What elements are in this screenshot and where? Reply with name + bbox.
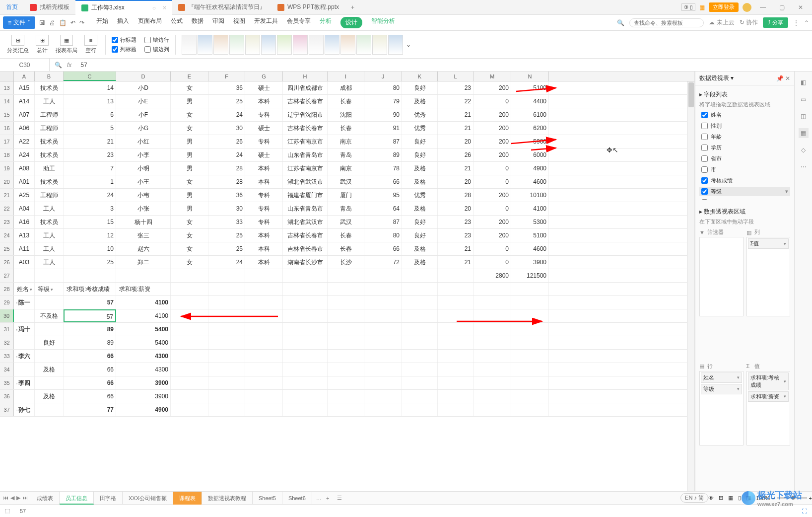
cell[interactable]: 1 xyxy=(64,175,116,188)
cell[interactable]: 女 xyxy=(171,122,208,135)
save-icon[interactable]: 🖫 xyxy=(39,19,45,26)
cell[interactable]: 5300 xyxy=(511,216,549,228)
cell[interactable]: 本科 xyxy=(245,256,283,269)
cell[interactable]: 女 xyxy=(171,256,208,269)
cell[interactable] xyxy=(171,336,208,349)
cell[interactable]: A11 xyxy=(14,242,35,255)
row-header[interactable]: 26 xyxy=(0,256,14,269)
cell[interactable]: 硕士 xyxy=(245,148,283,161)
cell[interactable] xyxy=(402,363,438,376)
cell[interactable]: 张三 xyxy=(116,229,171,242)
col-header-M[interactable]: M xyxy=(474,72,511,81)
cell[interactable]: 87 xyxy=(364,216,402,228)
share-button[interactable]: ⤴ 分享 xyxy=(763,17,788,28)
cell[interactable] xyxy=(208,363,245,376)
cell[interactable]: 90 xyxy=(364,108,402,121)
cell[interactable]: 23 xyxy=(438,81,474,94)
cell[interactable] xyxy=(328,390,364,403)
cell[interactable]: A08 xyxy=(14,162,35,175)
sheet-tab[interactable]: 田字格 xyxy=(94,492,123,505)
cell[interactable] xyxy=(474,390,511,403)
cell[interactable]: 4400 xyxy=(511,95,549,108)
cell[interactable]: 4100 xyxy=(511,202,549,215)
fx-find-icon[interactable]: 🔍 xyxy=(55,62,62,69)
cell[interactable]: 80 xyxy=(364,229,402,242)
cell[interactable]: 36 xyxy=(208,81,245,94)
cell[interactable] xyxy=(208,390,245,403)
cell[interactable]: 66 xyxy=(364,242,402,255)
view-normal-icon[interactable]: ▦ xyxy=(728,495,733,501)
cell[interactable]: 男 xyxy=(171,148,208,161)
cell[interactable] xyxy=(14,363,35,376)
cell[interactable]: 本科 xyxy=(245,162,283,175)
style-tool-icon[interactable]: ◧ xyxy=(799,77,809,87)
cell[interactable]: 吉林省长春市 xyxy=(283,242,328,255)
cell[interactable] xyxy=(511,309,549,322)
col-header-B[interactable]: B xyxy=(35,72,64,81)
sheet-tab[interactable]: 员工信息 xyxy=(60,492,94,505)
cell[interactable]: 女 xyxy=(171,175,208,188)
cell[interactable] xyxy=(402,336,438,349)
cell[interactable]: 95 xyxy=(364,189,402,202)
cell[interactable]: 技术员 xyxy=(35,216,64,228)
sheet-first-icon[interactable]: ⏮ xyxy=(3,495,8,501)
cell[interactable]: 赵六 xyxy=(116,242,171,255)
layout-button[interactable]: ▦报表布局 xyxy=(54,35,79,54)
cell[interactable] xyxy=(364,336,402,349)
col-header-A[interactable]: A xyxy=(14,72,35,81)
cell[interactable]: 良好 xyxy=(402,229,438,242)
cell[interactable]: 及格 xyxy=(402,242,438,255)
cell[interactable]: 小韦 xyxy=(116,189,171,202)
cell[interactable]: 湖北省武汉市 xyxy=(283,216,328,228)
cell[interactable]: 及格 xyxy=(402,162,438,175)
cell[interactable]: 长春 xyxy=(328,122,364,135)
cell[interactable] xyxy=(328,336,364,349)
cb-rowheader[interactable]: 行标题 xyxy=(112,36,136,44)
cell[interactable]: 小E xyxy=(116,95,171,108)
cell[interactable] xyxy=(328,323,364,336)
cell[interactable] xyxy=(511,296,549,309)
cell[interactable] xyxy=(438,309,474,322)
cell[interactable] xyxy=(438,336,474,349)
more-tool-icon[interactable]: ⋯ xyxy=(799,162,809,172)
cb-colheader[interactable]: 列标题 xyxy=(112,46,136,53)
cell[interactable]: 28 xyxy=(208,175,245,188)
sheet-tab[interactable]: 课程表 xyxy=(173,492,202,505)
cell[interactable]: 21 xyxy=(438,242,474,255)
cell[interactable]: 200 xyxy=(474,148,511,161)
cell[interactable]: 男 xyxy=(171,95,208,108)
filter-dropzone[interactable] xyxy=(699,237,744,316)
cell[interactable]: 89 xyxy=(364,148,402,161)
field-item[interactable]: 学历 xyxy=(699,143,790,152)
row-header[interactable]: 13 xyxy=(0,81,14,94)
spreadsheet-grid[interactable]: ABCDEFGHIJKLMN 13A15技术员14小D女36硕士四川省成都市成都… xyxy=(0,72,695,491)
cell[interactable]: 吉林省长春市 xyxy=(283,122,328,135)
cell[interactable] xyxy=(364,283,402,295)
cell[interactable]: 工人 xyxy=(35,256,64,269)
row-header[interactable]: 36 xyxy=(0,390,14,403)
cell[interactable]: 南京 xyxy=(328,162,364,175)
menu-start[interactable]: 开始 xyxy=(96,17,108,28)
menu-vip[interactable]: 会员专享 xyxy=(287,17,311,28)
cell[interactable] xyxy=(208,336,245,349)
cell[interactable] xyxy=(402,269,438,282)
undo-icon[interactable]: ↶ xyxy=(70,19,75,26)
col-header-L[interactable]: L xyxy=(438,72,474,81)
cell[interactable]: 小明 xyxy=(116,162,171,175)
menu-layout[interactable]: 页面布局 xyxy=(138,17,162,28)
effect-tool-icon[interactable]: ◇ xyxy=(799,145,809,155)
cell[interactable] xyxy=(245,309,283,322)
tab-ppt1[interactable]: 『端午狂欢祝福浓情满节日』 xyxy=(172,0,271,15)
cell[interactable]: 小D xyxy=(116,81,171,94)
cell[interactable]: 湖北省武汉市 xyxy=(283,175,328,188)
cell[interactable]: 3900 xyxy=(116,390,171,403)
cell[interactable]: 工人 xyxy=(35,229,64,242)
tab-ppt2[interactable]: WPS PPT教程.pptx xyxy=(271,0,345,15)
cell[interactable] xyxy=(511,336,549,349)
sheet-next-icon[interactable]: ▶ xyxy=(16,495,20,501)
cell[interactable]: 7 xyxy=(64,162,116,175)
cell[interactable]: 专科 xyxy=(245,108,283,121)
row-header[interactable]: 30 xyxy=(0,309,14,322)
cell[interactable]: 5 xyxy=(64,122,116,135)
cell[interactable]: 30 xyxy=(208,202,245,215)
